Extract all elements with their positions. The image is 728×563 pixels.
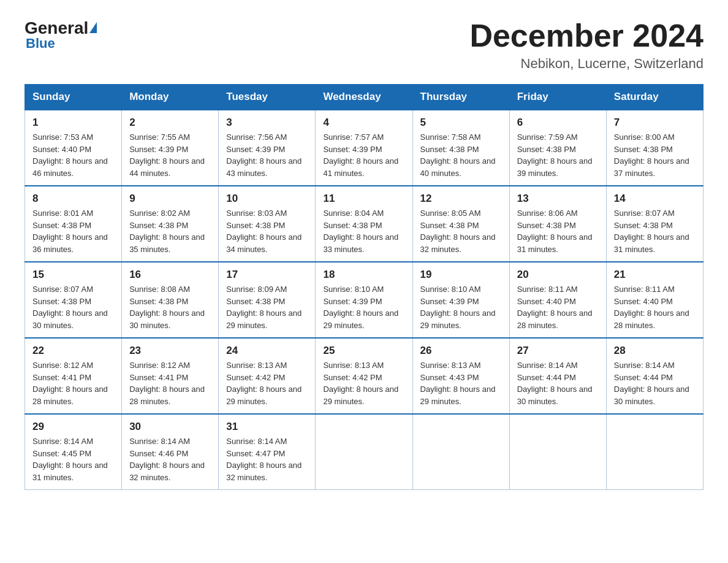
calendar-cell: 19Sunrise: 8:10 AMSunset: 4:39 PMDayligh… <box>412 262 509 338</box>
calendar-cell: 25Sunrise: 8:13 AMSunset: 4:42 PMDayligh… <box>316 338 412 414</box>
day-number: 11 <box>323 193 404 205</box>
col-sunday: Sunday <box>25 85 122 110</box>
logo-subtitle: Blue <box>26 36 55 52</box>
calendar-cell: 26Sunrise: 8:13 AMSunset: 4:43 PMDayligh… <box>412 338 509 414</box>
calendar-cell: 4Sunrise: 7:57 AMSunset: 4:39 PMDaylight… <box>316 110 412 186</box>
day-number: 29 <box>32 421 114 433</box>
calendar-cell: 31Sunrise: 8:14 AMSunset: 4:47 PMDayligh… <box>219 414 316 490</box>
col-thursday: Thursday <box>412 85 509 110</box>
day-number: 1 <box>32 117 114 129</box>
day-info: Sunrise: 8:05 AMSunset: 4:38 PMDaylight:… <box>420 207 502 255</box>
calendar-cell <box>509 414 606 490</box>
day-number: 30 <box>129 421 211 433</box>
col-friday: Friday <box>509 85 606 110</box>
day-number: 5 <box>420 117 502 129</box>
col-wednesday: Wednesday <box>316 85 412 110</box>
calendar-cell: 20Sunrise: 8:11 AMSunset: 4:40 PMDayligh… <box>509 262 606 338</box>
calendar-cell: 23Sunrise: 8:12 AMSunset: 4:41 PMDayligh… <box>122 338 219 414</box>
calendar-cell: 6Sunrise: 7:59 AMSunset: 4:38 PMDaylight… <box>509 110 606 186</box>
calendar-cell: 11Sunrise: 8:04 AMSunset: 4:38 PMDayligh… <box>316 186 412 262</box>
day-info: Sunrise: 8:10 AMSunset: 4:39 PMDaylight:… <box>420 283 502 331</box>
calendar-cell: 9Sunrise: 8:02 AMSunset: 4:38 PMDaylight… <box>122 186 219 262</box>
day-number: 7 <box>614 117 696 129</box>
calendar-cell: 3Sunrise: 7:56 AMSunset: 4:39 PMDaylight… <box>219 110 316 186</box>
calendar-cell: 24Sunrise: 8:13 AMSunset: 4:42 PMDayligh… <box>219 338 316 414</box>
day-info: Sunrise: 8:00 AMSunset: 4:38 PMDaylight:… <box>614 131 696 179</box>
calendar-cell: 17Sunrise: 8:09 AMSunset: 4:38 PMDayligh… <box>219 262 316 338</box>
day-info: Sunrise: 8:03 AMSunset: 4:38 PMDaylight:… <box>226 207 308 255</box>
page-header: General Blue December 2024 Nebikon, Luce… <box>25 18 703 72</box>
day-number: 22 <box>32 345 114 357</box>
day-number: 10 <box>226 193 308 205</box>
day-number: 24 <box>226 345 308 357</box>
day-info: Sunrise: 8:02 AMSunset: 4:38 PMDaylight:… <box>129 207 211 255</box>
calendar-cell: 5Sunrise: 7:58 AMSunset: 4:38 PMDaylight… <box>412 110 509 186</box>
calendar-week-1: 1Sunrise: 7:53 AMSunset: 4:40 PMDaylight… <box>25 110 703 186</box>
day-info: Sunrise: 8:09 AMSunset: 4:38 PMDaylight:… <box>226 283 308 331</box>
calendar-cell: 21Sunrise: 8:11 AMSunset: 4:40 PMDayligh… <box>606 262 703 338</box>
calendar-cell: 13Sunrise: 8:06 AMSunset: 4:38 PMDayligh… <box>509 186 606 262</box>
calendar-week-3: 15Sunrise: 8:07 AMSunset: 4:38 PMDayligh… <box>25 262 703 338</box>
day-number: 6 <box>517 117 599 129</box>
day-info: Sunrise: 8:13 AMSunset: 4:42 PMDaylight:… <box>323 359 404 407</box>
day-number: 8 <box>32 193 114 205</box>
day-info: Sunrise: 8:04 AMSunset: 4:38 PMDaylight:… <box>323 207 404 255</box>
day-number: 26 <box>420 345 502 357</box>
day-info: Sunrise: 8:08 AMSunset: 4:38 PMDaylight:… <box>129 283 211 331</box>
location-title: Nebikon, Lucerne, Switzerland <box>469 56 703 72</box>
day-info: Sunrise: 8:14 AMSunset: 4:44 PMDaylight:… <box>614 359 696 407</box>
logo: General Blue <box>25 18 97 52</box>
day-number: 31 <box>226 421 308 433</box>
day-number: 13 <box>517 193 599 205</box>
day-number: 21 <box>614 269 696 281</box>
day-info: Sunrise: 8:14 AMSunset: 4:47 PMDaylight:… <box>226 435 308 483</box>
calendar-cell: 22Sunrise: 8:12 AMSunset: 4:41 PMDayligh… <box>25 338 122 414</box>
day-info: Sunrise: 8:07 AMSunset: 4:38 PMDaylight:… <box>614 207 696 255</box>
day-info: Sunrise: 7:56 AMSunset: 4:39 PMDaylight:… <box>226 131 308 179</box>
day-info: Sunrise: 8:10 AMSunset: 4:39 PMDaylight:… <box>323 283 404 331</box>
calendar-cell: 14Sunrise: 8:07 AMSunset: 4:38 PMDayligh… <box>606 186 703 262</box>
calendar-cell: 10Sunrise: 8:03 AMSunset: 4:38 PMDayligh… <box>219 186 316 262</box>
col-monday: Monday <box>122 85 219 110</box>
day-info: Sunrise: 7:57 AMSunset: 4:39 PMDaylight:… <box>323 131 404 179</box>
calendar-cell <box>316 414 412 490</box>
logo-triangle-icon <box>89 22 97 33</box>
day-info: Sunrise: 8:07 AMSunset: 4:38 PMDaylight:… <box>32 283 114 331</box>
calendar-table: Sunday Monday Tuesday Wednesday Thursday… <box>25 84 703 490</box>
day-info: Sunrise: 7:58 AMSunset: 4:38 PMDaylight:… <box>420 131 502 179</box>
calendar-cell: 8Sunrise: 8:01 AMSunset: 4:38 PMDaylight… <box>25 186 122 262</box>
calendar-week-2: 8Sunrise: 8:01 AMSunset: 4:38 PMDaylight… <box>25 186 703 262</box>
day-info: Sunrise: 7:59 AMSunset: 4:38 PMDaylight:… <box>517 131 599 179</box>
col-saturday: Saturday <box>606 85 703 110</box>
calendar-cell: 18Sunrise: 8:10 AMSunset: 4:39 PMDayligh… <box>316 262 412 338</box>
calendar-cell: 16Sunrise: 8:08 AMSunset: 4:38 PMDayligh… <box>122 262 219 338</box>
calendar-cell: 1Sunrise: 7:53 AMSunset: 4:40 PMDaylight… <box>25 110 122 186</box>
day-number: 4 <box>323 117 404 129</box>
calendar-cell <box>412 414 509 490</box>
day-number: 16 <box>129 269 211 281</box>
day-number: 28 <box>614 345 696 357</box>
day-info: Sunrise: 8:13 AMSunset: 4:43 PMDaylight:… <box>420 359 502 407</box>
calendar-cell: 12Sunrise: 8:05 AMSunset: 4:38 PMDayligh… <box>412 186 509 262</box>
day-info: Sunrise: 8:11 AMSunset: 4:40 PMDaylight:… <box>517 283 599 331</box>
calendar-week-4: 22Sunrise: 8:12 AMSunset: 4:41 PMDayligh… <box>25 338 703 414</box>
day-info: Sunrise: 8:12 AMSunset: 4:41 PMDaylight:… <box>32 359 114 407</box>
day-info: Sunrise: 8:14 AMSunset: 4:44 PMDaylight:… <box>517 359 599 407</box>
day-number: 25 <box>323 345 404 357</box>
day-info: Sunrise: 7:55 AMSunset: 4:39 PMDaylight:… <box>129 131 211 179</box>
day-number: 27 <box>517 345 599 357</box>
day-info: Sunrise: 8:14 AMSunset: 4:45 PMDaylight:… <box>32 435 114 483</box>
day-info: Sunrise: 8:14 AMSunset: 4:46 PMDaylight:… <box>129 435 211 483</box>
calendar-cell: 29Sunrise: 8:14 AMSunset: 4:45 PMDayligh… <box>25 414 122 490</box>
month-title: December 2024 <box>469 18 703 53</box>
day-number: 17 <box>226 269 308 281</box>
day-number: 23 <box>129 345 211 357</box>
calendar-cell: 27Sunrise: 8:14 AMSunset: 4:44 PMDayligh… <box>509 338 606 414</box>
day-info: Sunrise: 8:11 AMSunset: 4:40 PMDaylight:… <box>614 283 696 331</box>
day-number: 2 <box>129 117 211 129</box>
calendar-header-row: Sunday Monday Tuesday Wednesday Thursday… <box>25 85 703 110</box>
day-info: Sunrise: 8:13 AMSunset: 4:42 PMDaylight:… <box>226 359 308 407</box>
calendar-week-5: 29Sunrise: 8:14 AMSunset: 4:45 PMDayligh… <box>25 414 703 490</box>
calendar-cell: 28Sunrise: 8:14 AMSunset: 4:44 PMDayligh… <box>606 338 703 414</box>
day-info: Sunrise: 7:53 AMSunset: 4:40 PMDaylight:… <box>32 131 114 179</box>
